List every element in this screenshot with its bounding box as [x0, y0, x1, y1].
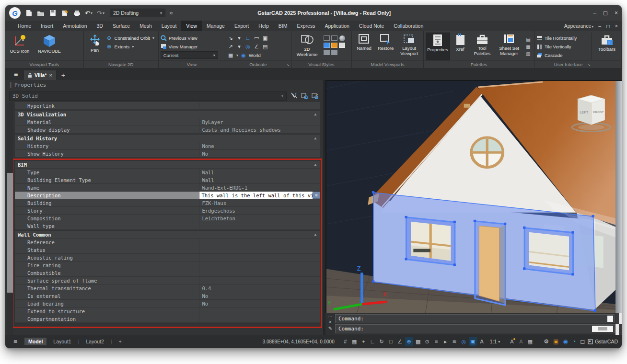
command-scroll-up[interactable] — [607, 316, 613, 322]
ribbon-tab-surface[interactable]: Surface — [108, 21, 135, 31]
ortho-icon[interactable]: ∟ — [369, 337, 377, 346]
redo-dropdown-icon[interactable]: ▾ — [103, 11, 104, 15]
doc-menu-icon[interactable]: ≡ — [9, 68, 23, 80]
property-row-building[interactable]: BuildingFZK-Haus — [15, 199, 320, 207]
save-as-icon[interactable] — [60, 9, 69, 17]
tile-horizontally-button[interactable]: Tile Horizontally — [536, 34, 588, 42]
visual-style-presets[interactable] — [323, 33, 346, 60]
zoom-icon[interactable]: ◎ — [460, 337, 468, 346]
collapse-arrow-icon[interactable]: ▲ — [311, 135, 320, 142]
ribbon-tab-layout[interactable]: Layout — [157, 21, 182, 31]
property-row-composition[interactable]: CompositionLeichtbeton — [15, 215, 320, 222]
gstarcad-status-brand[interactable]: GstarCAD — [588, 339, 618, 344]
property-row-compartmentation[interactable]: Compartmentation — [15, 315, 320, 323]
monitors-icon[interactable]: ▣ — [469, 337, 477, 346]
ribbon-tab-mesh[interactable]: Mesh — [135, 21, 157, 31]
description-expand-button[interactable]: ≡ — [313, 192, 320, 199]
selection-cycling-icon[interactable]: ▸ — [441, 337, 450, 346]
view-current-dropdown[interactable]: Current ▾ — [161, 51, 218, 59]
extents-dropdown-icon[interactable]: ▾ — [132, 45, 134, 49]
tile-vertically-button[interactable]: Tile Vertically — [536, 43, 588, 50]
table-icon[interactable]: ▦ — [526, 337, 534, 346]
viewport-vertical-scrollbar[interactable] — [615, 80, 622, 313]
previous-view-button[interactable]: Previous View — [161, 34, 223, 42]
model-viewport[interactable]: Z X Y LEFT FRONT — [325, 80, 615, 313]
annotation-scale-dropdown[interactable]: 1:1▾ — [489, 339, 501, 344]
ribbon-tab-help[interactable]: Help — [254, 21, 274, 31]
property-row-story[interactable]: StoryErdgeschoss — [15, 207, 320, 215]
command-input-line[interactable]: Command: — [335, 324, 615, 333]
hardware-bulb-icon[interactable]: ◉ — [563, 338, 568, 345]
property-scrollbar-thumb[interactable] — [7, 173, 13, 293]
property-row-building-element-type[interactable]: Building Element TypeWall — [15, 176, 320, 184]
workspace-cube-icon[interactable]: ▣ — [553, 338, 558, 345]
property-row-combustible[interactable]: Combustible — [15, 269, 320, 277]
restore-button[interactable]: ◻ — [603, 10, 608, 16]
ordinate-tool-icon[interactable]: ▾ — [236, 44, 243, 50]
tool-palettes-button[interactable]: Tool Palettes — [471, 33, 494, 60]
ucs-icon-button[interactable]: UCS Icon — [7, 33, 32, 60]
property-row-acoustic-rating[interactable]: Acoustic rating — [15, 254, 320, 262]
annotation-visibility-icon[interactable]: A — [508, 337, 516, 346]
grid-icon[interactable]: ▦ — [350, 337, 359, 346]
open-file-icon[interactable] — [36, 9, 45, 17]
property-row-surface-spread-of-flame[interactable]: Surface spread of flame — [15, 277, 320, 284]
property-row-extend-to-structure[interactable]: Extend to structure — [15, 307, 320, 315]
lineweight-icon[interactable]: ≡ — [432, 337, 441, 346]
new-tab-button[interactable]: + — [58, 70, 69, 80]
ribbon-tab-manage[interactable]: Manage — [202, 21, 230, 31]
qat-customize-icon[interactable]: ≂ — [169, 11, 173, 16]
ribbon-tab-collaboration[interactable]: Collaboration — [389, 21, 428, 31]
collapse-arrow-icon[interactable]: ▲ — [311, 231, 320, 238]
named-viewports-button[interactable]: Named — [354, 33, 374, 60]
ribbon-tab-export[interactable]: Export — [230, 21, 254, 31]
appearance-dropdown[interactable]: Appearance▾ — [564, 23, 594, 29]
hidden-cube-icon[interactable] — [331, 35, 337, 41]
polar-tracking-icon[interactable]: ↻ — [378, 337, 386, 346]
doc-restore-button[interactable]: ◻ — [606, 23, 610, 29]
property-row-name[interactable]: NameWand-Ext-ERDG-1 — [15, 184, 320, 192]
entrance-door[interactable] — [474, 220, 507, 305]
realistic-sphere-icon[interactable] — [339, 35, 345, 41]
navicube-button[interactable]: NAVICUBE — [34, 33, 65, 60]
toolbars-button[interactable]: T Toolbars — [594, 33, 619, 60]
collapse-arrow-icon[interactable]: ▲ — [311, 111, 320, 118]
command-edit-icon[interactable]: ✎ — [328, 326, 332, 331]
quick-select-icon[interactable] — [311, 92, 319, 100]
gstarcad-logo-icon[interactable]: G — [9, 7, 21, 19]
minimize-button[interactable]: – — [593, 10, 596, 16]
status-menu-icon[interactable]: ≡ — [9, 338, 22, 345]
palette-grip-icon[interactable]: ║ — [9, 82, 12, 88]
property-row-shadow-display[interactable]: Shadow displayCasts and Receives shadows — [15, 126, 320, 134]
ordinate-tool-icon[interactable]: ↘ — [227, 35, 234, 41]
workspace-dropdown[interactable]: 2D Drafting ▾ — [110, 9, 165, 17]
command-grip-icon[interactable]: ⋯ — [328, 314, 333, 318]
ordinate-tools-row-1[interactable]: ↘▾∟▭▣ — [227, 34, 289, 42]
layout2-tab[interactable]: Layout2 — [82, 338, 107, 345]
property-row-fire-rating[interactable]: Fire rating — [15, 262, 320, 269]
undo-icon[interactable]: ↶▾ — [84, 9, 93, 17]
view-manager-button[interactable]: View Manager — [161, 43, 223, 50]
doc-minimize-button[interactable]: – — [598, 23, 601, 29]
ribbon-tab-home[interactable]: Home — [13, 21, 36, 31]
pan-button[interactable]: Pan — [86, 33, 104, 60]
model-tab[interactable]: Model — [24, 338, 46, 345]
doc-close-button[interactable]: × — [615, 23, 618, 29]
property-row-wall-type[interactable]: Wall type — [15, 222, 320, 230]
dwg-compare-icon[interactable]: ▤ — [524, 36, 532, 43]
ucs-world-dropdown[interactable]: ▦ ▾ ◉ World — [227, 51, 289, 59]
property-row-type[interactable]: TypeWall — [15, 169, 320, 176]
property-row-status[interactable]: Status — [15, 246, 320, 254]
2d-wireframe-button[interactable]: 2D Wireframe — [293, 33, 321, 60]
orbit-dropdown-icon[interactable]: ▾ — [152, 36, 154, 40]
undo-dropdown-icon[interactable]: ▾ — [91, 11, 93, 15]
redo-icon[interactable]: ↷▾ — [96, 9, 105, 17]
sheet-set-manager-button[interactable]: Sheet Set Manager — [495, 33, 523, 60]
dynamic-input-icon[interactable]: + — [360, 337, 368, 346]
ribbon-tab-express[interactable]: Express — [292, 21, 320, 31]
new-layout-button[interactable]: + — [115, 338, 126, 345]
toggle-pickadd-icon[interactable] — [290, 92, 298, 100]
right-window[interactable] — [523, 227, 574, 276]
wireframe-cube-icon[interactable] — [324, 35, 330, 41]
xray-cube-icon[interactable] — [331, 50, 337, 55]
